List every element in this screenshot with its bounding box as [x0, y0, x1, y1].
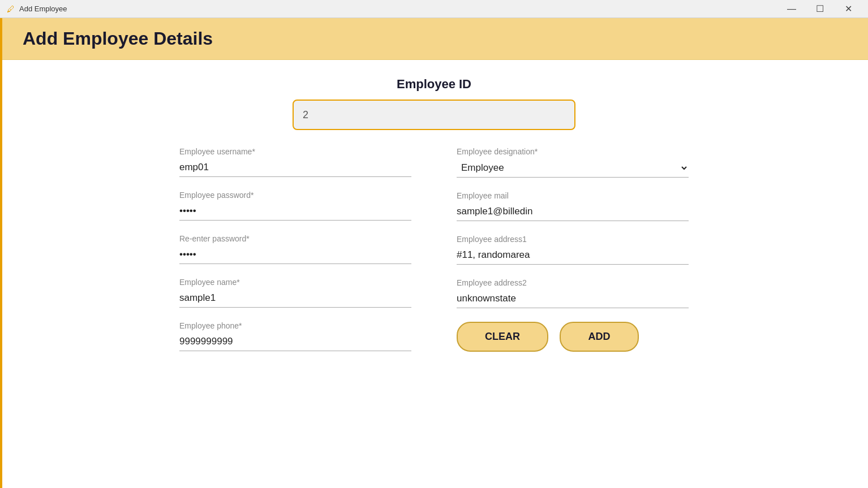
close-button[interactable]: ✕: [835, 0, 861, 18]
address2-input[interactable]: [457, 290, 689, 308]
address1-label: Employee address1: [457, 235, 689, 244]
title-bar-controls: — ☐ ✕: [779, 0, 861, 18]
title-bar: 🖊 Add Employee — ☐ ✕: [0, 0, 868, 18]
page-title: Add Employee Details: [23, 28, 845, 49]
add-button[interactable]: ADD: [560, 322, 639, 352]
maximize-button[interactable]: ☐: [807, 0, 833, 18]
main-content: Employee ID Employee username* Employee …: [0, 60, 868, 382]
designation-select[interactable]: Employee Manager Admin Supervisor: [457, 158, 689, 178]
phone-field: Employee phone*: [179, 321, 411, 351]
address1-input[interactable]: [457, 246, 689, 265]
designation-field: Employee designation* Employee Manager A…: [457, 147, 689, 178]
username-field: Employee username*: [179, 147, 411, 177]
form-grid: Employee username* Employee password* Re…: [179, 147, 689, 365]
mail-field: Employee mail: [457, 191, 689, 221]
minimize-button[interactable]: —: [779, 0, 805, 18]
title-bar-left: 🖊 Add Employee: [7, 5, 67, 14]
phone-input[interactable]: [179, 332, 411, 351]
mail-input[interactable]: [457, 202, 689, 221]
mail-label: Employee mail: [457, 191, 689, 200]
left-accent-bar: [0, 18, 2, 488]
employee-name-field: Employee name*: [179, 278, 411, 308]
employee-id-label: Employee ID: [397, 77, 471, 92]
reenter-password-input[interactable]: [179, 245, 411, 264]
buttons-field: CLEAR ADD: [457, 322, 689, 352]
left-column: Employee username* Employee password* Re…: [179, 147, 411, 365]
phone-label: Employee phone*: [179, 321, 411, 330]
employee-name-label: Employee name*: [179, 278, 411, 287]
designation-label: Employee designation*: [457, 147, 689, 156]
username-label: Employee username*: [179, 147, 411, 156]
right-column: Employee designation* Employee Manager A…: [457, 147, 689, 365]
reenter-password-field: Re-enter password*: [179, 234, 411, 264]
employee-name-input[interactable]: [179, 289, 411, 308]
password-field: Employee password*: [179, 191, 411, 221]
clear-button[interactable]: CLEAR: [457, 322, 548, 352]
window-title: Add Employee: [19, 5, 67, 13]
header-banner: Add Employee Details: [0, 18, 868, 60]
address2-label: Employee address2: [457, 278, 689, 287]
address1-field: Employee address1: [457, 235, 689, 265]
app-icon: 🖊: [7, 5, 15, 14]
buttons-row: CLEAR ADD: [457, 322, 689, 352]
username-input[interactable]: [179, 158, 411, 177]
password-input[interactable]: [179, 202, 411, 221]
password-label: Employee password*: [179, 191, 411, 200]
employee-id-input[interactable]: [293, 100, 575, 130]
employee-id-section: Employee ID: [23, 77, 845, 130]
reenter-password-label: Re-enter password*: [179, 234, 411, 243]
address2-field: Employee address2: [457, 278, 689, 308]
